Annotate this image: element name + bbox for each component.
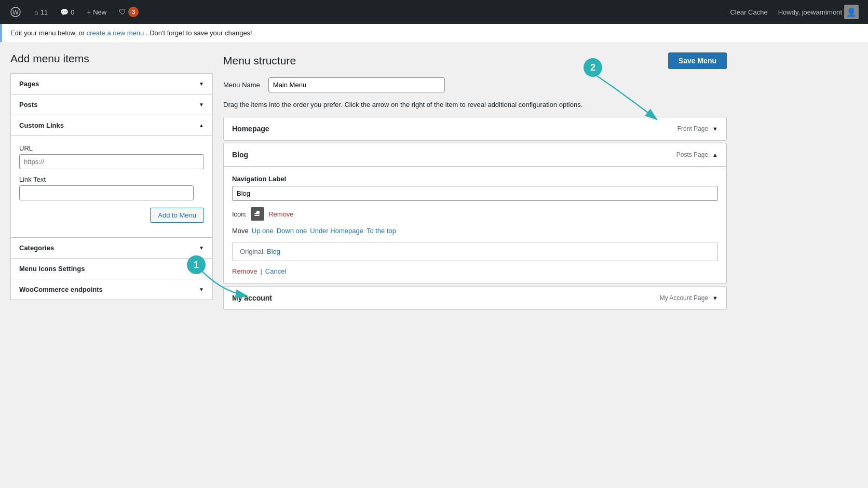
accordion-posts: Posts ▼	[10, 94, 213, 115]
create-new-menu-link[interactable]: create a new menu	[87, 29, 144, 37]
cancel-menu-item-link[interactable]: Cancel	[265, 267, 286, 275]
plus-icon: +	[87, 8, 91, 16]
accordion-categories-header[interactable]: Categories ▼	[11, 238, 212, 258]
accordion-categories-label: Categories	[19, 244, 54, 252]
chevron-down-icon-pages: ▼	[199, 81, 204, 87]
comment-count: 11	[40, 8, 48, 16]
step-2-number: 2	[590, 62, 595, 73]
right-panel-title: Menu structure	[223, 55, 296, 67]
comment-label: 0	[71, 8, 74, 16]
menu-item-blog-title: Blog	[232, 151, 248, 159]
menu-name-input[interactable]	[268, 77, 445, 92]
accordion-custom-links-header[interactable]: Custom Links ▲	[11, 115, 212, 135]
accordion-woocommerce-endpoints-header[interactable]: WooCommerce endpoints ▼	[11, 279, 212, 300]
link-text-label: Link Text	[19, 175, 204, 183]
menu-item-blog-header[interactable]: Blog Posts Page ▲	[224, 143, 726, 166]
accordion-categories: Categories ▼	[10, 237, 213, 259]
avatar: 👤	[844, 5, 859, 19]
accordion-pages-header[interactable]: Pages ▼	[11, 74, 212, 94]
svg-rect-2	[254, 215, 260, 216]
howdy-item[interactable]: Howdy, joewarnimont 👤	[775, 0, 862, 24]
move-row: Move Up one Down one Under Homepage To t…	[232, 227, 718, 235]
move-up-one-link[interactable]: Up one	[252, 227, 274, 235]
menu-instructions: Drag the items into the order you prefer…	[223, 101, 727, 109]
accordion-posts-header[interactable]: Posts ▼	[11, 94, 212, 115]
left-panel: Add menu items Pages ▼ Posts ▼ Custom Li…	[10, 52, 213, 312]
add-to-menu-button[interactable]: Add to Menu	[150, 208, 204, 223]
menu-item-homepage-header[interactable]: Homepage Front Page ▼	[224, 117, 726, 140]
nav-label-input[interactable]	[232, 186, 718, 201]
icon-row: Icon: Remove	[232, 207, 718, 221]
menu-item-my-account-title: My account	[232, 294, 272, 302]
menu-item-homepage: Homepage Front Page ▼	[223, 117, 727, 141]
icon-preview[interactable]	[251, 207, 264, 221]
adminbar-right: Clear Cache Howdy, joewarnimont 👤	[727, 0, 862, 24]
chevron-up-icon-custom-links: ▲	[199, 123, 204, 128]
step-1-number: 1	[194, 260, 199, 270]
accordion-custom-links-label: Custom Links	[19, 121, 64, 129]
accordion-custom-links: Custom Links ▲ URL Link Text Add to Menu	[10, 115, 213, 238]
remove-icon-button[interactable]: Remove	[268, 210, 293, 218]
menu-item-my-account-header[interactable]: My account My Account Page ▼	[224, 287, 726, 309]
updates-badge: 3	[128, 7, 139, 17]
svg-rect-4	[257, 211, 260, 213]
nav-label-label: Navigation Label	[232, 175, 718, 183]
accordion-menu-icons-settings: Menu Icons Settings ▼	[10, 258, 213, 279]
menu-item-blog-title-area: Blog	[232, 151, 248, 159]
notice-text-before: Edit your menu below, or	[10, 29, 87, 37]
updates-item[interactable]: 🛡 3	[116, 0, 142, 24]
move-label: Move	[232, 227, 249, 235]
notice-bar: Edit your menu below, or create a new me…	[0, 24, 868, 42]
step-badge-2: 2	[584, 58, 602, 77]
separator: |	[260, 267, 262, 275]
save-menu-button[interactable]: Save Menu	[668, 52, 727, 69]
my-account-right: My Account Page ▼	[660, 294, 718, 302]
accordion-menu-icons-settings-header[interactable]: Menu Icons Settings ▼	[11, 259, 212, 279]
notice-text-after: . Don't forget to save your changes!	[146, 29, 252, 37]
shield-icon: 🛡	[119, 8, 126, 16]
svg-text:W: W	[12, 9, 19, 16]
menu-item-homepage-type: Front Page	[677, 125, 708, 132]
move-to-top-link[interactable]: To the top	[367, 227, 396, 235]
url-input[interactable]	[19, 154, 204, 169]
original-link[interactable]: Blog	[267, 248, 280, 255]
new-item[interactable]: + New	[84, 0, 110, 24]
step-badge-1: 1	[187, 255, 206, 274]
menu-item-homepage-title-area: Homepage	[232, 125, 269, 133]
accordion-pages-label: Pages	[19, 80, 39, 88]
chevron-down-icon-posts: ▼	[199, 102, 204, 107]
chevron-down-icon-homepage: ▼	[712, 126, 718, 132]
chevron-down-icon-my-account: ▼	[712, 295, 718, 301]
menu-item-my-account: My account My Account Page ▼	[223, 286, 727, 310]
move-under-homepage-link[interactable]: Under Homepage	[310, 227, 363, 235]
chevron-up-icon-blog: ▲	[712, 152, 718, 158]
move-down-one-link[interactable]: Down one	[277, 227, 307, 235]
url-label: URL	[19, 144, 204, 152]
homepage-right: Front Page ▼	[677, 125, 718, 132]
howdy-text: Howdy, joewarnimont	[778, 8, 842, 16]
menu-item-blog-body: Navigation Label Icon:	[224, 166, 726, 283]
admin-bar: W ⌂ 11 💬 0 + New 🛡 3 Clear Cache Howdy, …	[0, 0, 868, 24]
menu-item-my-account-title-area: My account	[232, 294, 272, 302]
menu-item-blog: Blog Posts Page ▲ Navigation Label Icon:	[223, 143, 727, 284]
blog-right: Posts Page ▲	[676, 151, 718, 158]
action-row: Remove | Cancel	[232, 267, 718, 275]
main-layout: Add menu items Pages ▼ Posts ▼ Custom Li…	[0, 42, 737, 322]
svg-rect-3	[254, 213, 260, 214]
left-panel-title: Add menu items	[10, 52, 213, 65]
home-item[interactable]: ⌂ 11	[31, 0, 51, 24]
icon-label: Icon:	[232, 210, 247, 218]
custom-links-content: URL Link Text Add to Menu	[11, 135, 212, 237]
clear-cache-button[interactable]: Clear Cache	[727, 0, 770, 24]
accordion-posts-label: Posts	[19, 101, 37, 109]
url-row: URL	[19, 144, 204, 169]
comments-item[interactable]: 💬 0	[57, 0, 77, 24]
home-icon: ⌂	[34, 8, 38, 16]
wp-logo[interactable]: W	[6, 0, 25, 24]
link-text-input[interactable]	[19, 185, 194, 200]
remove-menu-item-link[interactable]: Remove	[232, 267, 257, 275]
comment-icon: 💬	[60, 8, 69, 16]
menu-item-homepage-title: Homepage	[232, 125, 269, 133]
chevron-down-icon-woo: ▼	[199, 287, 204, 292]
accordion-menu-icons-settings-label: Menu Icons Settings	[19, 265, 85, 273]
